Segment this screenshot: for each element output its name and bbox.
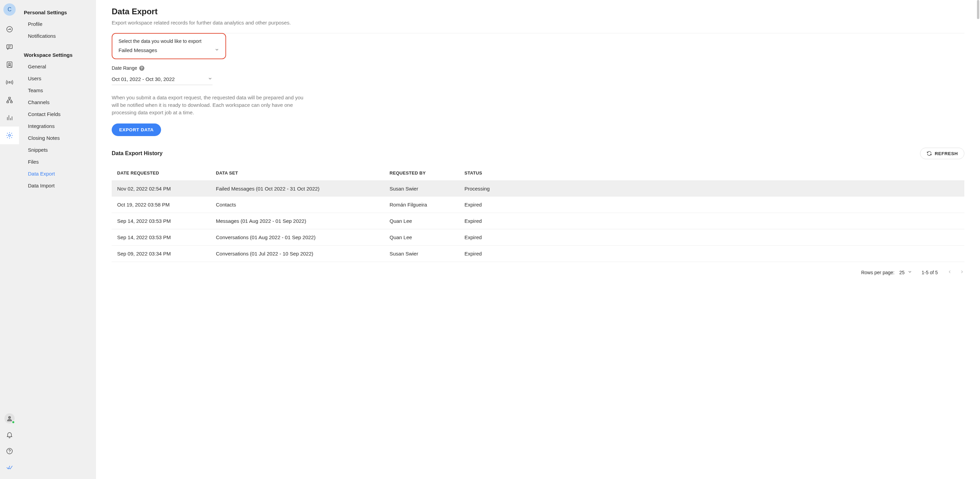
notifications-bell-icon[interactable] [0, 427, 19, 442]
cell-date: Sep 09, 2022 03:34 PM [117, 251, 216, 257]
col-set: DATA SET [216, 170, 390, 176]
sidebar-item[interactable]: Profile [19, 18, 96, 30]
cell-set: Contacts [216, 202, 390, 208]
sidebar-item[interactable]: Snippets [19, 144, 96, 156]
sidebar-item[interactable]: Closing Notes [19, 132, 96, 144]
scrollbar [975, 0, 980, 479]
cell-status: Expired [465, 235, 959, 240]
help-text: When you submit a data export request, t… [112, 94, 309, 116]
cell-status: Expired [465, 202, 959, 208]
chevron-down-icon [208, 76, 213, 82]
date-range-label: Date Range ? [112, 65, 213, 71]
data-type-select-box: Select the data you would like to export… [112, 33, 226, 59]
svg-rect-6 [7, 102, 9, 103]
cell-by: Susan Swier [390, 251, 465, 257]
personal-settings-heading: Personal Settings [19, 7, 96, 18]
data-type-value: Failed Messages [118, 47, 157, 53]
export-data-button[interactable]: EXPORT DATA [112, 124, 161, 136]
refresh-icon [926, 151, 932, 156]
settings-icon[interactable] [0, 127, 19, 144]
table-row[interactable]: Oct 19, 2022 03:58 PMContactsRomán Filgu… [112, 197, 964, 213]
rail-bottom [0, 411, 19, 479]
brand-logo-icon [0, 460, 19, 475]
svg-point-9 [8, 416, 11, 419]
sidebar-item[interactable]: Contact Fields [19, 108, 96, 120]
history-title: Data Export History [112, 151, 162, 157]
date-range-value: Oct 01, 2022 - Oct 30, 2022 [112, 76, 175, 82]
cell-set: Failed Messages (01 Oct 2022 - 31 Oct 20… [216, 186, 390, 192]
sidebar-item[interactable]: Teams [19, 84, 96, 96]
rows-per-page-value: 25 [899, 270, 905, 275]
user-presence[interactable] [0, 411, 19, 426]
data-type-label: Select the data you would like to export [118, 38, 219, 44]
cell-by: Román Filgueira [390, 202, 465, 208]
table-header: DATE REQUESTED DATA SET REQUESTED BY STA… [112, 165, 964, 180]
cell-by: Quan Lee [390, 235, 465, 240]
sidebar-item[interactable]: Notifications [19, 30, 96, 42]
svg-point-8 [8, 134, 11, 136]
sidebar-item[interactable]: Data Export [19, 168, 96, 179]
rail-icons [0, 21, 19, 144]
cell-date: Nov 02, 2022 02:54 PM [117, 186, 216, 192]
contacts-icon[interactable] [0, 56, 19, 73]
sidebar-item[interactable]: Files [19, 156, 96, 168]
main-content: Data Export Export workspace related rec… [96, 0, 980, 479]
svg-point-3 [8, 63, 11, 65]
cell-status: Expired [465, 218, 959, 224]
svg-rect-7 [11, 102, 13, 103]
svg-rect-2 [7, 62, 12, 68]
refresh-button[interactable]: REFRESH [920, 148, 964, 159]
col-by: REQUESTED BY [390, 170, 465, 176]
date-range-label-text: Date Range [112, 65, 137, 71]
table-row[interactable]: Nov 02, 2022 02:54 PMFailed Messages (01… [112, 180, 964, 197]
scrollbar-thumb[interactable] [977, 0, 979, 19]
dashboard-icon[interactable] [0, 21, 19, 38]
presence-dot-icon [11, 420, 15, 424]
sidebar-item[interactable]: Channels [19, 96, 96, 108]
svg-rect-5 [8, 97, 11, 99]
page-title: Data Export [112, 7, 964, 16]
cell-set: Conversations (01 Aug 2022 - 01 Sep 2022… [216, 235, 390, 240]
cell-by: Susan Swier [390, 186, 465, 192]
sidebar-item[interactable]: Users [19, 73, 96, 84]
history-table: DATE REQUESTED DATA SET REQUESTED BY STA… [112, 165, 964, 262]
svg-rect-1 [7, 45, 13, 49]
cell-date: Sep 14, 2022 03:53 PM [117, 235, 216, 240]
pager-next-button[interactable] [959, 270, 964, 275]
workflows-icon[interactable] [0, 91, 19, 109]
date-range-block: Date Range ? Oct 01, 2022 - Oct 30, 2022 [112, 65, 213, 85]
sidebar-item[interactable]: General [19, 60, 96, 73]
workspace-avatar[interactable]: C [3, 3, 16, 16]
sidebar-item[interactable]: Data Import [19, 179, 96, 192]
page-subtitle: Export workspace related records for fur… [112, 20, 964, 33]
chevron-down-icon [215, 47, 219, 53]
pager-range: 1-5 of 5 [922, 270, 938, 275]
data-type-select[interactable]: Failed Messages [118, 47, 219, 53]
settings-sidebar: Personal Settings ProfileNotifications W… [19, 0, 96, 479]
col-status: STATUS [465, 170, 959, 176]
broadcast-icon[interactable] [0, 73, 19, 91]
pager-prev-button[interactable] [947, 270, 952, 275]
cell-by: Quan Lee [390, 218, 465, 224]
cell-date: Sep 14, 2022 03:53 PM [117, 218, 216, 224]
date-range-select[interactable]: Oct 01, 2022 - Oct 30, 2022 [112, 74, 213, 85]
help-icon[interactable] [0, 444, 19, 458]
table-row[interactable]: Sep 14, 2022 03:53 PMConversations (01 A… [112, 229, 964, 246]
rows-per-page-label: Rows per page: [861, 270, 894, 275]
messages-icon[interactable] [0, 38, 19, 56]
cell-status: Processing [465, 186, 959, 192]
cell-set: Messages (01 Aug 2022 - 01 Sep 2022) [216, 218, 390, 224]
refresh-label: REFRESH [935, 151, 958, 156]
cell-set: Conversations (01 Jul 2022 - 10 Sep 2022… [216, 251, 390, 257]
nav-rail: C [0, 0, 19, 479]
reports-icon[interactable] [0, 109, 19, 127]
cell-date: Oct 19, 2022 03:58 PM [117, 202, 216, 208]
svg-point-4 [9, 82, 11, 83]
table-row[interactable]: Sep 14, 2022 03:53 PMMessages (01 Aug 20… [112, 213, 964, 229]
sidebar-item[interactable]: Integrations [19, 120, 96, 132]
rows-per-page-select[interactable]: 25 [899, 270, 912, 275]
table-row[interactable]: Sep 09, 2022 03:34 PMConversations (01 J… [112, 246, 964, 262]
help-tooltip-icon[interactable]: ? [139, 66, 145, 71]
table-pager: Rows per page: 25 1-5 of 5 [112, 270, 964, 275]
col-date: DATE REQUESTED [117, 170, 216, 176]
